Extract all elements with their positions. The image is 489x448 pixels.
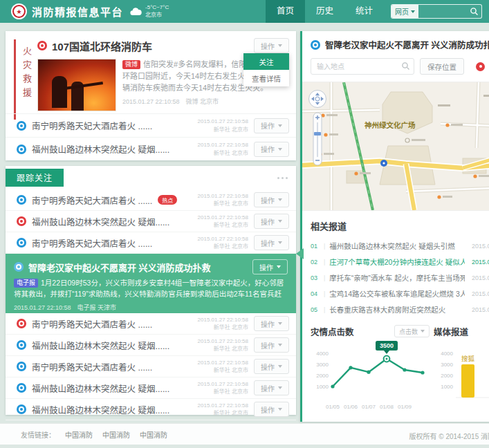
footer-link[interactable]: 中国消防 [65, 429, 93, 440]
menu-item-details[interactable]: 查看详情 [243, 70, 289, 86]
news-type-icon [17, 404, 26, 414]
report-index: 01 [311, 243, 320, 250]
detail-title: 智障老汉家中起火不愿离开 兴义消防成功扑救 [325, 38, 489, 51]
related-reports-title: 相关报道 [311, 219, 489, 232]
app-header: 消防精报信息平台 -5°C~7°C 北京市 首页 历史 统计 网页 [0, 0, 489, 23]
featured-article[interactable]: 107国道北环络消防车 操作 关注 查看详情 微博信阳突发#多名网友爆料，信阳1… [37, 38, 289, 111]
related-report-row[interactable]: 05| 长春重庆路吉林大药房附近突然起火 2015.01... [311, 301, 489, 317]
report-title: 庄河7个草莓大棚20分钟内接连起火 疑似人为 [329, 256, 465, 267]
weather-temp: -5°C~7°C [145, 4, 169, 12]
news-row[interactable]: 福州鼓山路边林木突然起火 疑烟...... 2015.01.27 22:10:5… [6, 335, 296, 356]
svg-text:3000: 3000 [316, 362, 329, 368]
search-category-label: 网页 [395, 6, 409, 17]
map-pan-control[interactable] [309, 91, 326, 108]
action-button[interactable]: 操作 [254, 192, 289, 207]
news-title: 南宁明秀路天妃大酒店着火 ...... [32, 194, 152, 207]
menu-item-follow[interactable]: 关注 [243, 53, 289, 70]
action-button[interactable]: 操作 [254, 402, 289, 417]
svg-text:1000: 1000 [316, 384, 329, 390]
action-button[interactable]: 操作 [254, 359, 289, 374]
page-footer: 友情链接： 中国消防 中国消防 中国消防 版权所有 © 2014-2015 消防 [0, 423, 489, 445]
search-category-dropdown[interactable]: 网页 [391, 5, 418, 18]
news-type-icon [17, 319, 26, 328]
location-input[interactable] [311, 58, 414, 75]
chevron-down-icon [278, 344, 282, 346]
global-search: 网页 [391, 4, 482, 19]
action-button[interactable]: 操作 [252, 259, 288, 274]
search-input[interactable] [418, 5, 467, 18]
news-title: 福州鼓山路边林木突然起火 疑烟...... [32, 142, 192, 156]
news-title: 南宁明秀路天妃大酒店着火 ...... [32, 360, 192, 373]
clicks-chart-panel: 灾情点击数 点击数 1000200030004000350001/0501/06… [311, 324, 430, 418]
news-type-icon [17, 195, 26, 205]
news-meta: 2015.01.27 22:10:58新华社 北京市 [198, 359, 248, 374]
report-date: 2015.01... [469, 290, 489, 297]
news-row[interactable]: 南宁明秀路天妃大酒店着火 ...... 2015.01.27 22:10:58新… [6, 356, 296, 377]
footer-link[interactable]: 中国消防 [102, 429, 130, 440]
news-row[interactable]: 南宁明秀路天妃大酒店着火 ...... 2015.01.27 22:10:58新… [6, 313, 296, 335]
cloud-icon [130, 7, 142, 16]
clicks-metric-dropdown[interactable]: 点击数 [394, 325, 430, 337]
related-report-row-selected[interactable]: 02| 庄河7个草莓大棚20分钟内接连起火 疑似人为 2015.01... [311, 254, 489, 270]
news-title: 南宁明秀路天妃大酒店着火 ...... [32, 317, 192, 330]
search-icon[interactable] [401, 62, 410, 71]
selected-news-expanded[interactable]: 智障老汉家中起火不愿离开 兴义消防成功扑救 操作 电子报1月22日09时53分，… [6, 254, 296, 313]
news-type-icon [17, 340, 26, 350]
report-date: 2015.01... [469, 306, 489, 313]
search-icon[interactable] [470, 7, 479, 16]
news-title: 福州鼓山路边林木突然起火 疑烟...... [32, 339, 192, 352]
action-button[interactable]: 操作 [254, 316, 289, 331]
news-row[interactable]: 福州鼓山路边林木突然起火 疑烟...... 2015.01.27 22:10:5… [6, 377, 296, 399]
action-button[interactable]: 操作 [254, 142, 289, 157]
action-button[interactable]: 操作 [254, 380, 289, 395]
fire-marker-toggle[interactable] [476, 62, 485, 71]
news-row[interactable]: 福州鼓山路边林木突然起火 疑烟...... 2015.01.27 22:10:5… [6, 137, 296, 160]
action-button[interactable]: 操作 [254, 214, 289, 229]
page: 消防精报信息平台 -5°C~7°C 北京市 首页 历史 统计 网页 [0, 0, 489, 448]
section-label: 火灾救援 [20, 46, 33, 102]
svg-text:01/08: 01/08 [380, 404, 394, 410]
selected-item-connector [290, 248, 304, 259]
nav-statistics[interactable]: 统计 [344, 0, 384, 23]
related-report-row[interactable]: 01| 福州鼓山路边林木突然起火 疑烟头引燃 2015.01... [311, 238, 489, 254]
chevron-down-icon [278, 198, 282, 201]
chevron-down-icon [278, 322, 282, 325]
action-button[interactable]: 操作 [254, 235, 289, 250]
chevron-down-icon [278, 408, 282, 411]
news-type-icon [17, 238, 26, 248]
news-row[interactable]: 福州鼓山路边林木突然起火 疑烟...... 2015.01.27 22:10:5… [6, 399, 296, 420]
related-report-row[interactable]: 04| 宝鸡14路公交车被私家车追尾起火燃烧 3人受伤 2015.01... [311, 286, 489, 301]
hot-badge: 热点 [158, 195, 177, 205]
news-type-icon [17, 216, 26, 226]
chevron-down-icon [278, 386, 282, 389]
svg-text:1000: 1000 [441, 384, 453, 390]
action-button[interactable]: 操作 [254, 118, 289, 133]
action-button[interactable]: 操作 [254, 337, 289, 353]
nav-home[interactable]: 首页 [266, 0, 305, 23]
map-zoom-slider[interactable] [313, 113, 322, 165]
save-location-button[interactable]: 保存位置 [420, 58, 464, 75]
news-meta: 2015.01.27 22:10:58新华社 北京市 [198, 316, 248, 331]
nav-history[interactable]: 历史 [305, 0, 344, 23]
fire-photo [37, 59, 116, 111]
action-button[interactable]: 操作 [254, 38, 289, 53]
weather-city: 北京市 [145, 12, 169, 19]
report-title: 长春重庆路吉林大药房附近突然起火 [329, 304, 465, 315]
map[interactable]: 神州绿文化广场 [302, 82, 489, 211]
footer-link[interactable]: 中国消防 [140, 429, 167, 440]
news-meta: 2015.01.27 22:10:58新华社 北京市 [198, 214, 248, 229]
expanded-body: 电子报1月22日09时53分，兴义市则戎乡安章村4组一智障老汉家中起火，好心邻居… [14, 278, 288, 300]
related-report-row[interactable]: 03| 摩托车“亲吻”洒水车 起火，摩托车主当场死亡 2015.01... [311, 270, 489, 286]
more-options-icon[interactable] [277, 177, 288, 179]
news-type-icon [17, 383, 26, 393]
news-row[interactable]: 南宁明秀路天妃大酒店着火 ...... 2015.01.27 22:10:58新… [6, 232, 296, 254]
news-row[interactable]: 福州鼓山路边林木突然起火 疑烟...... 2015.01.27 22:10:5… [6, 211, 296, 232]
news-type-icon [37, 41, 47, 50]
news-title: 南宁明秀路天妃大酒店着火 ...... [32, 119, 192, 132]
news-row[interactable]: 南宁明秀路天妃大酒店着火 ...... 2015.01.27 22:10:58新… [6, 113, 296, 137]
news-row[interactable]: 南宁明秀路天妃大酒店着火 ...... 热点 2015.01.27 22:10:… [6, 189, 296, 211]
map-landmark-label: 神州绿文化广场 [365, 121, 416, 129]
news-title: 福州鼓山路边林木突然起火 疑烟...... [32, 382, 192, 395]
news-title: 南宁明秀路天妃大酒店着火 ...... [32, 236, 192, 250]
svg-text:01/06: 01/06 [344, 404, 358, 410]
